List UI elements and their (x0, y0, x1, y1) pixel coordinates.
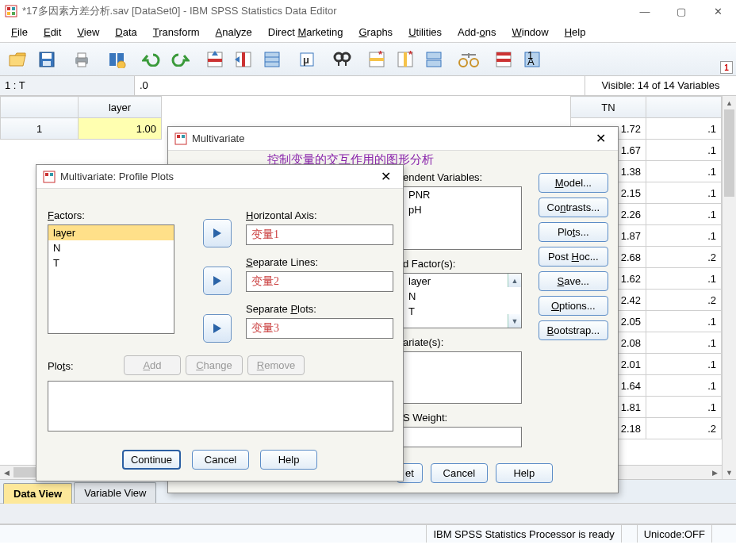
table-cell[interactable]: .1 (646, 332, 722, 354)
table-cell[interactable]: .1 (646, 225, 722, 247)
table-cell[interactable]: .1 (646, 268, 722, 290)
list-item[interactable]: PNR (404, 187, 521, 202)
covariates-list[interactable] (403, 351, 522, 404)
menu-transform[interactable]: Transform (145, 24, 208, 40)
factors-list[interactable]: layer N T (48, 224, 174, 334)
help-button[interactable]: Help (260, 450, 317, 470)
scroll-right-icon[interactable]: ▶ (708, 466, 722, 479)
help-button[interactable]: Help (496, 463, 553, 483)
remove-button: Remove (247, 355, 305, 375)
run-descriptives-icon[interactable]: μ (293, 46, 320, 73)
column-header-tn[interactable]: TN (571, 97, 646, 118)
table-cell[interactable]: .1 (646, 311, 722, 332)
scroll-thumb[interactable] (724, 109, 734, 197)
maximize-button[interactable]: ▢ (663, 0, 700, 22)
select-cases-icon[interactable] (490, 46, 517, 73)
column-header-layer[interactable]: layer (79, 97, 162, 118)
menu-direct-marketing[interactable]: Direct Marketing (260, 24, 351, 40)
posthoc-button[interactable]: Post Hoc... (539, 247, 608, 267)
close-button[interactable]: ✕ (700, 0, 736, 22)
tab-variable-view[interactable]: Variable View (74, 482, 156, 503)
list-item[interactable]: T (48, 255, 174, 270)
scroll-up-icon[interactable]: ▲ (508, 274, 521, 287)
table-cell[interactable]: .1 (646, 182, 722, 204)
separate-lines-field[interactable]: 变量2 (246, 271, 393, 292)
wls-weight-field[interactable] (403, 427, 522, 447)
find-icon[interactable] (328, 46, 355, 73)
goto-case-icon[interactable] (201, 46, 228, 73)
plots-list[interactable] (48, 381, 393, 432)
cancel-button[interactable]: Cancel (192, 450, 249, 470)
toolbar-overflow-icon[interactable]: 1 (720, 61, 733, 74)
model-button[interactable]: Model... (539, 173, 608, 193)
list-item[interactable]: pH (404, 202, 521, 217)
menu-window[interactable]: Window (504, 24, 556, 40)
table-cell[interactable]: .2 (646, 418, 722, 439)
menu-utilities[interactable]: Utilities (401, 24, 450, 40)
open-icon[interactable] (5, 46, 32, 73)
list-item[interactable]: T (404, 304, 521, 319)
list-item[interactable]: layer (404, 274, 521, 289)
scroll-up-icon[interactable]: ▲ (723, 96, 736, 109)
tab-data-view[interactable]: Data View (3, 483, 72, 504)
list-item[interactable]: N (48, 240, 174, 255)
cell-value[interactable]: .0 (135, 76, 585, 95)
minimize-button[interactable]: — (627, 0, 663, 22)
move-to-sepplots-button[interactable] (203, 314, 232, 343)
column-header-partial[interactable] (646, 97, 722, 118)
menu-file[interactable]: File (3, 24, 36, 40)
scroll-down-icon[interactable]: ▼ (508, 314, 521, 328)
table-cell[interactable]: .2 (646, 247, 722, 268)
goto-variable-icon[interactable] (230, 46, 257, 73)
table-cell[interactable]: .1 (646, 354, 722, 375)
value-labels-icon[interactable]: 1A (519, 46, 546, 73)
print-icon[interactable] (68, 46, 95, 73)
close-icon[interactable]: ✕ (374, 169, 397, 184)
menu-edit[interactable]: Edit (36, 24, 69, 40)
profile-plots-dialog[interactable]: Multivariate: Profile Plots ✕ Factors: l… (36, 164, 404, 481)
contrasts-button[interactable]: Contrasts... (539, 198, 608, 217)
table-cell[interactable]: .1 (646, 397, 722, 418)
move-to-seplines-button[interactable] (203, 267, 232, 295)
table-cell[interactable]: 1.00 (79, 118, 162, 140)
table-cell[interactable]: .1 (646, 375, 722, 397)
list-item[interactable]: layer (48, 225, 174, 240)
scroll-down-icon[interactable]: ▼ (723, 466, 736, 479)
menu-addons[interactable]: Add-ons (450, 24, 504, 40)
split-file-icon[interactable] (420, 46, 447, 73)
horizontal-axis-field[interactable]: 变量1 (246, 224, 393, 245)
weight-cases-icon[interactable] (455, 46, 482, 73)
table-cell[interactable]: .2 (646, 290, 722, 311)
cancel-button[interactable]: Cancel (431, 463, 488, 483)
undo-icon[interactable] (138, 46, 165, 73)
bootstrap-button[interactable]: Bootstrap... (539, 320, 608, 340)
save-icon[interactable] (33, 46, 60, 73)
insert-case-icon[interactable]: * (363, 46, 390, 73)
row-header-1[interactable]: 1 (1, 118, 79, 140)
options-button[interactable]: Options... (539, 296, 608, 316)
menu-view[interactable]: View (69, 24, 107, 40)
save-button[interactable]: Save... (539, 271, 608, 291)
move-to-haxis-button[interactable] (203, 219, 232, 247)
table-cell[interactable]: .1 (646, 161, 722, 182)
fixed-factors-list[interactable]: ▲ layer N T ▼ (403, 273, 522, 328)
insert-variable-icon[interactable]: * (392, 46, 419, 73)
plots-button[interactable]: Plots... (539, 222, 608, 242)
variables-icon[interactable] (259, 46, 286, 73)
close-icon[interactable]: ✕ (589, 131, 611, 146)
menu-help[interactable]: Help (557, 24, 594, 40)
dependent-variables-list[interactable]: PNR pH (403, 186, 522, 250)
menu-analyze[interactable]: Analyze (208, 24, 260, 40)
table-cell[interactable]: .1 (646, 118, 722, 140)
list-item[interactable]: N (404, 289, 521, 304)
menu-data[interactable]: Data (107, 24, 144, 40)
separate-plots-field[interactable]: 变量3 (246, 318, 393, 339)
continue-button[interactable]: Continue (122, 450, 181, 470)
scroll-left-icon[interactable]: ◀ (0, 466, 13, 479)
menu-graphs[interactable]: Graphs (351, 24, 401, 40)
redo-icon[interactable] (167, 46, 194, 73)
table-cell[interactable]: .1 (646, 204, 722, 225)
table-cell[interactable]: .1 (646, 140, 722, 161)
vertical-scrollbar[interactable]: ▲ ▼ (722, 96, 736, 479)
recall-dialog-icon[interactable] (103, 46, 130, 73)
